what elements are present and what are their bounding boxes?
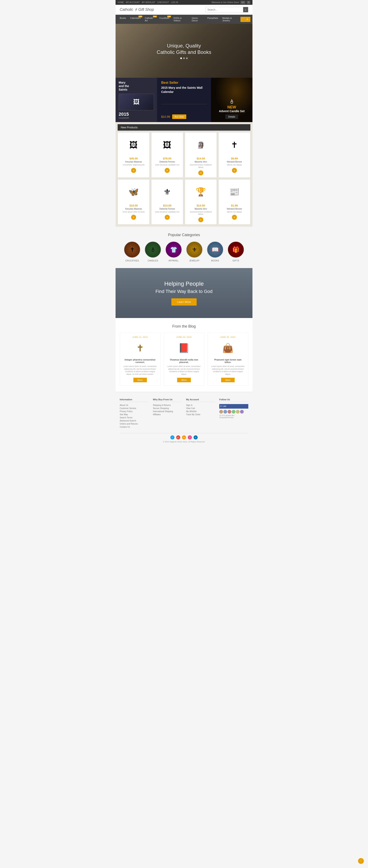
blog-image-2: 📕 (176, 340, 192, 356)
logo[interactable]: Catholic ✝ Gift Shop (120, 7, 154, 12)
top-wishlist-link[interactable]: MY WISHLIST (142, 1, 155, 3)
top-bar-links: HOME MY ACCOUNT MY WISHLIST CHECKOUT LOG… (118, 1, 178, 3)
cross-icon: ✝ (134, 7, 138, 12)
cart-button[interactable]: 🛒 0 (240, 17, 250, 22)
product-card-1: 🖼 $45.00 Keryztas Maseras consectetur ad… (118, 132, 149, 178)
product-card-3: 🗿 $14.50 Maserta Vero eiusmod tempor inc… (185, 132, 217, 178)
add-to-cart-button-2[interactable]: + (165, 168, 170, 173)
avatar-1 (219, 410, 223, 413)
more-button-1[interactable]: More (133, 378, 147, 382)
footer-secure[interactable]: Secure Shopping (153, 407, 182, 409)
language-selector[interactable]: En (240, 1, 246, 4)
google-plus-icon[interactable]: g+ (176, 435, 180, 439)
add-to-cart-button-1[interactable]: + (131, 168, 136, 173)
rss-icon[interactable]: rss (182, 435, 186, 439)
footer-affiliates[interactable]: Affiliates (153, 413, 182, 416)
footer: Information About Us Customer Service Pr… (116, 392, 252, 447)
blog-text-2: Lorem ipsum dolor sit amet, consectetur … (167, 365, 201, 375)
nav-calendars[interactable]: Calendars new (128, 15, 143, 24)
add-to-cart-button-6[interactable]: + (165, 215, 170, 220)
nav-home-decor[interactable]: Home Decor (190, 15, 205, 24)
buy-now-button[interactable]: Buy Now (172, 115, 186, 119)
promo-middle: Best Seller 2015 Mary and the Saints Wal… (157, 78, 211, 122)
footer-wishlist[interactable]: My Wishlist (186, 410, 215, 412)
category-books[interactable]: 📖 BOOKS (207, 241, 223, 262)
footer-follow-title: Follow Us (219, 398, 248, 402)
hero-banner: Unique, Quality Catholic Gifts and Books (116, 24, 252, 78)
top-home-link[interactable]: HOME (118, 1, 124, 3)
category-circle-crucifixes: ✝ (124, 241, 140, 258)
category-circle-jewelry: ⚜ (186, 241, 203, 258)
nav-books[interactable]: Books (118, 15, 128, 24)
category-apparel[interactable]: 👕 APPAREL (165, 241, 182, 262)
hero-dot-2[interactable] (183, 57, 185, 59)
facebook-like-box[interactable]: f Like (219, 404, 248, 409)
product-price-5: $10.00 (130, 204, 138, 207)
add-to-cart-button-4[interactable]: + (232, 168, 237, 173)
add-to-cart-button-5[interactable]: + (131, 215, 136, 220)
nav-badge-sale2: sale (167, 16, 171, 18)
footer-shipping[interactable]: Shipping & Returns (153, 404, 182, 406)
learn-more-button[interactable]: Learn More (171, 298, 197, 306)
facebook-icon: f (221, 405, 221, 408)
currency-selector[interactable]: $ (247, 1, 250, 4)
footer-advanced-search[interactable]: Advanced Search (120, 420, 149, 422)
footer-intl-shipping[interactable]: International Shipping (153, 410, 182, 412)
add-to-cart-button-7[interactable]: + (198, 217, 203, 222)
nav-medals[interactable]: Medals & Jewelry (220, 15, 240, 24)
copyright-text: © 2015 Magento Demo Store. All Rights Re… (120, 441, 248, 443)
footer-search-terms[interactable]: Search Terms (120, 416, 149, 419)
promo-row: Mary and the Saints 🖼 2015 CALENDAR Best… (116, 78, 252, 122)
footer-privacy[interactable]: Privacy Policy (120, 410, 149, 412)
search-input[interactable] (206, 7, 243, 12)
product-card-6: ⚜ $14.00 Deleerta Fermes maet obcaecat c… (151, 179, 183, 224)
nav-catholic-art[interactable]: Catholic Art sale (143, 15, 157, 24)
twitter-icon[interactable]: t (170, 435, 174, 439)
footer-view-cart[interactable]: View Cart (186, 407, 215, 409)
blog-date-2: JUNE 25, 2015 (167, 336, 201, 338)
categories-title: Popular Categories (120, 233, 248, 237)
linkedin-icon[interactable]: in (194, 435, 198, 439)
footer-sitemap[interactable]: Site Map (120, 413, 149, 416)
product-image-8: 📰 (224, 182, 245, 202)
category-gifts[interactable]: 🎁 GIFTS (228, 241, 244, 262)
category-candles[interactable]: 🕯 CANDLES (145, 241, 161, 262)
product-image-1: 🖼 (123, 134, 144, 155)
top-checkout-link[interactable]: CHECKOUT (157, 1, 169, 3)
avatar-2 (223, 410, 227, 413)
blog-text-1: Lorem ipsum dolor sit amet, consectetur … (123, 365, 157, 375)
cta-line2: Find Their Way Back to God (120, 289, 248, 294)
hero-dot-3[interactable] (186, 57, 188, 59)
nav-crucifixes[interactable]: Crucifixes sale (157, 15, 171, 24)
dribbble-icon[interactable]: d (188, 435, 192, 439)
footer-sign-in[interactable]: Sign In (186, 404, 215, 406)
promo-year: 2015 (119, 112, 129, 117)
more-button-2[interactable]: More (177, 378, 191, 382)
nav-dvds[interactable]: DVDs & Videos (171, 15, 190, 24)
cta-banner: Helping People Find Their Way Back to Go… (116, 268, 252, 318)
category-crucifixes[interactable]: ✝ CRUCIFIXES (124, 241, 140, 262)
details-button[interactable]: Details (225, 115, 238, 119)
blog-card-2: JUNE 25, 2015 📕 Vivamus blandit nulla no… (164, 333, 204, 385)
top-bar: HOME MY ACCOUNT MY WISHLIST CHECKOUT LOG… (116, 0, 252, 5)
category-jewelry[interactable]: ⚜ JEWELRY (186, 241, 203, 262)
top-login-link[interactable]: LOG IN (171, 1, 178, 3)
more-button-3[interactable]: More (221, 378, 235, 382)
avatar-3 (228, 410, 231, 413)
footer-about[interactable]: About Us (120, 404, 149, 406)
footer-contact[interactable]: Contact Us (120, 426, 149, 428)
product-desc-4: laboris nisi aliquip (227, 164, 242, 166)
footer-customer-service[interactable]: Customer Service (120, 407, 149, 409)
nav-pamphlets[interactable]: Pamphlets (205, 15, 220, 24)
search-button[interactable]: ⌕ (243, 7, 248, 12)
footer-bottom: t g+ rss d in © 2015 Magento Demo Store.… (120, 433, 248, 443)
product-name-1: Keryztas Maseras (125, 161, 142, 163)
hero-dot-1[interactable] (180, 57, 182, 59)
social-icons-row: t g+ rss d in (120, 435, 248, 439)
add-to-cart-button-3[interactable]: + (198, 170, 203, 175)
top-account-link[interactable]: MY ACCOUNT (126, 1, 140, 3)
footer-orders-returns[interactable]: Orders and Returns (120, 423, 149, 425)
footer-track-order[interactable]: Track My Order (186, 413, 215, 416)
add-to-cart-button-8[interactable]: + (232, 215, 237, 220)
product-desc-6: maet obcaecat cupiditate non (155, 211, 179, 213)
